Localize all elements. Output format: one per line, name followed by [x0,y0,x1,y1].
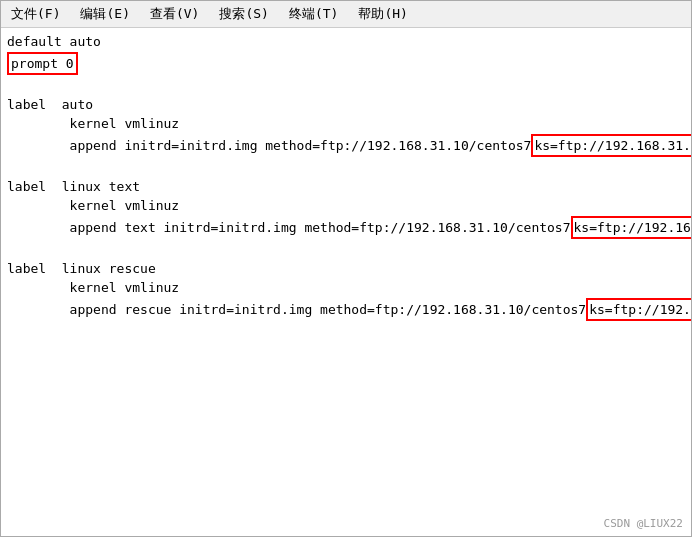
code-line-20 [7,419,685,439]
ks-highlight-2: ks=ftp://192.168.31.10/ks.cfg [571,216,691,240]
code-line-21 [7,438,685,458]
menu-edit[interactable]: 编辑(E) [74,3,135,25]
code-line-14: append rescue initrd=initrd.img method=f… [7,298,685,322]
code-line-24 [7,497,685,517]
code-line-19 [7,399,685,419]
code-line-1: default auto [7,32,685,52]
code-line-3 [7,75,685,95]
code-line-17 [7,360,685,380]
menu-help[interactable]: 帮助(H) [352,3,413,25]
code-line-13: kernel vmlinuz [7,278,685,298]
main-window: 文件(F) 编辑(E) 查看(V) 搜索(S) 终端(T) 帮助(H) defa… [0,0,692,537]
menu-search[interactable]: 搜索(S) [213,3,274,25]
prompt-highlight: prompt 0 [7,52,78,76]
code-line-16 [7,341,685,361]
watermark: CSDN @LIUX22 [604,517,683,530]
menubar: 文件(F) 编辑(E) 查看(V) 搜索(S) 终端(T) 帮助(H) [1,1,691,28]
code-line-5: kernel vmlinuz [7,114,685,134]
code-line-22 [7,458,685,478]
ks-highlight-3: ks=ftp://192.168.31.10/ks.cfg [586,298,691,322]
menu-file[interactable]: 文件(F) [5,3,66,25]
menu-view[interactable]: 查看(V) [144,3,205,25]
code-line-18 [7,380,685,400]
code-line-15 [7,321,685,341]
code-line-2: prompt 0 [7,52,685,76]
editor-area[interactable]: default auto prompt 0 label auto kernel … [1,28,691,536]
code-line-7 [7,157,685,177]
code-line-10: append text initrd=initrd.img method=ftp… [7,216,685,240]
code-line-23 [7,477,685,497]
code-line-8: label linux text [7,177,685,197]
ks-highlight-1: ks=ftp://192.168.31.10/ks.cfg [531,134,691,158]
code-line-25 [7,516,685,536]
code-line-11 [7,239,685,259]
menu-terminal[interactable]: 终端(T) [283,3,344,25]
code-line-9: kernel vmlinuz [7,196,685,216]
code-line-12: label linux rescue [7,259,685,279]
code-line-4: label auto [7,95,685,115]
code-line-6: append initrd=initrd.img method=ftp://19… [7,134,685,158]
